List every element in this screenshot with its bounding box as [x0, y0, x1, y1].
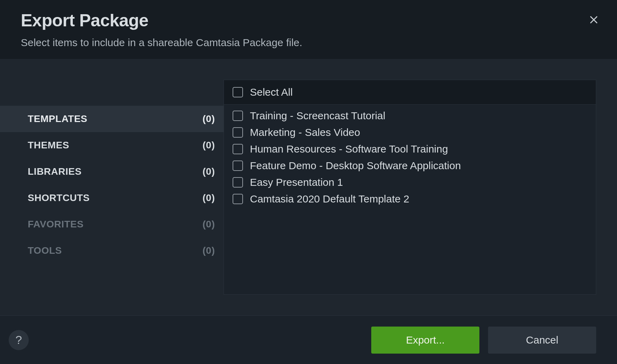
list-item[interactable]: Camtasia 2020 Default Template 2	[233, 193, 587, 205]
close-button[interactable]	[586, 12, 601, 27]
item-checkbox[interactable]	[233, 127, 243, 138]
select-all-row[interactable]: Select All	[224, 80, 596, 105]
sidebar-item-templates[interactable]: TEMPLATES (0)	[0, 106, 224, 132]
item-checkbox[interactable]	[233, 194, 243, 204]
dialog-footer: ? Export... Cancel	[0, 315, 617, 364]
help-icon: ?	[16, 333, 22, 347]
export-button[interactable]: Export...	[371, 327, 479, 354]
dialog-header: Export Package Select items to include i…	[0, 0, 617, 59]
sidebar-item-label: SHORTCUTS	[28, 192, 90, 203]
item-label: Feature Demo - Desktop Software Applicat…	[250, 160, 461, 172]
footer-buttons: Export... Cancel	[371, 327, 596, 354]
item-checkbox[interactable]	[233, 144, 243, 154]
cancel-button[interactable]: Cancel	[488, 327, 596, 354]
sidebar-item-label: LIBRARIES	[28, 166, 81, 177]
item-checkbox[interactable]	[233, 161, 243, 171]
sidebar-item-count: (0)	[202, 219, 215, 230]
sidebar-item-themes[interactable]: THEMES (0)	[0, 132, 224, 158]
help-button[interactable]: ?	[9, 330, 29, 350]
list-item[interactable]: Feature Demo - Desktop Software Applicat…	[233, 160, 587, 172]
sidebar: TEMPLATES (0) THEMES (0) LIBRARIES (0) S…	[0, 80, 224, 315]
item-label: Easy Presentation 1	[250, 176, 343, 188]
list-item[interactable]: Marketing - Sales Video	[233, 127, 587, 138]
sidebar-item-label: TOOLS	[28, 245, 62, 256]
sidebar-item-label: THEMES	[28, 140, 69, 151]
dialog-body: TEMPLATES (0) THEMES (0) LIBRARIES (0) S…	[0, 59, 617, 315]
sidebar-item-count: (0)	[202, 113, 215, 124]
item-checkbox[interactable]	[233, 111, 243, 121]
item-label: Camtasia 2020 Default Template 2	[250, 193, 409, 205]
list-item[interactable]: Easy Presentation 1	[233, 176, 587, 188]
dialog-title: Export Package	[21, 10, 596, 31]
sidebar-item-libraries[interactable]: LIBRARIES (0)	[0, 158, 224, 185]
sidebar-item-count: (0)	[202, 166, 215, 177]
export-package-dialog: Export Package Select items to include i…	[0, 0, 617, 364]
list-item[interactable]: Human Resources - Software Tool Training	[233, 143, 587, 155]
close-icon	[589, 15, 599, 25]
sidebar-item-count: (0)	[202, 245, 215, 256]
list-item[interactable]: Training - Screencast Tutorial	[233, 110, 587, 122]
sidebar-item-count: (0)	[202, 140, 215, 151]
sidebar-item-label: FAVORITES	[28, 219, 84, 230]
item-label: Training - Screencast Tutorial	[250, 110, 385, 122]
item-label: Marketing - Sales Video	[250, 127, 360, 138]
item-label: Human Resources - Software Tool Training	[250, 143, 448, 155]
sidebar-item-label: TEMPLATES	[28, 113, 87, 124]
sidebar-item-shortcuts[interactable]: SHORTCUTS (0)	[0, 185, 224, 211]
item-checkbox[interactable]	[233, 177, 243, 188]
item-list: Training - Screencast Tutorial Marketing…	[224, 105, 596, 210]
sidebar-item-count: (0)	[202, 192, 215, 203]
sidebar-item-tools: TOOLS (0)	[0, 237, 224, 264]
dialog-subtitle: Select items to include in a shareable C…	[21, 37, 596, 49]
content-panel: Select All Training - Screencast Tutoria…	[224, 80, 596, 295]
sidebar-item-favorites: FAVORITES (0)	[0, 211, 224, 237]
select-all-checkbox[interactable]	[233, 87, 243, 97]
select-all-label: Select All	[250, 86, 293, 98]
